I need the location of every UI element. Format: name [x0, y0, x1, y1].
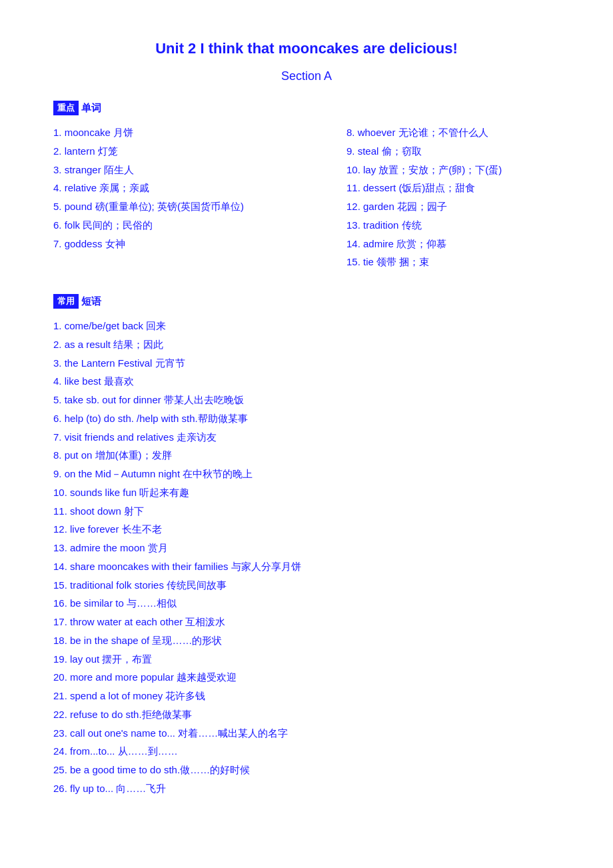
vocab-badge: 重点 — [53, 101, 79, 115]
vocab-item: 3. stranger 陌生人 — [53, 161, 333, 179]
phrases-section-header: 常用 短语 — [53, 294, 101, 309]
vocab-item: 4. relative 亲属；亲戚 — [53, 179, 333, 197]
vocab-item: 10. lay 放置；安放；产(卵)；下(蛋) — [346, 161, 560, 179]
phrase-item: 13. admire the moon 赏月 — [53, 539, 560, 557]
vocab-item: 14. admire 欣赏；仰慕 — [346, 235, 560, 253]
phrase-item: 1. come/be/get back 回来 — [53, 317, 560, 335]
phrase-item: 11. shoot down 射下 — [53, 502, 560, 521]
phrase-item: 12. live forever 长生不老 — [53, 520, 560, 539]
phrase-item: 10. sounds like fun 听起来有趣 — [53, 483, 560, 502]
page-title: Unit 2 I think that mooncakes are delici… — [53, 40, 560, 57]
phrase-item: 6. help (to) do sth. /help with sth.帮助做某… — [53, 409, 560, 428]
phrases-section: 常用 短语 1. come/be/get back 回来2. as a resu… — [53, 291, 560, 798]
phrases-header-text: 短语 — [81, 295, 101, 308]
vocab-item: 6. folk 民间的；民俗的 — [53, 216, 333, 235]
phrase-item: 21. spend a lot of money 花许多钱 — [53, 687, 560, 705]
phrase-item: 19. lay out 摆开，布置 — [53, 650, 560, 669]
vocab-item: 8. whoever 无论谁；不管什么人 — [346, 123, 560, 142]
phrase-item: 8. put on 增加(体重)；发胖 — [53, 446, 560, 465]
phrase-item: 4. like best 最喜欢 — [53, 372, 560, 391]
vocab-item: 5. pound 磅(重量单位); 英镑(英国货币单位) — [53, 197, 333, 216]
phrase-item: 15. traditional folk stories 传统民间故事 — [53, 576, 560, 595]
phrase-item: 23. call out one's name to... 对着……喊出某人的名… — [53, 724, 560, 743]
vocab-item: 9. steal 偷；窃取 — [346, 142, 560, 161]
phrase-item: 16. be similar to 与……相似 — [53, 594, 560, 613]
vocab-section-header: 重点 单词 — [53, 101, 101, 115]
phrase-item: 3. the Lantern Festival 元宵节 — [53, 354, 560, 373]
vocab-item: 15. tie 领带 捆；束 — [346, 253, 560, 271]
phrase-item: 24. from...to... 从……到…… — [53, 742, 560, 761]
phrase-item: 22. refuse to do sth.拒绝做某事 — [53, 705, 560, 724]
phrases-badge: 常用 — [53, 294, 79, 309]
phrase-item: 18. be in the shape of 呈现……的形状 — [53, 631, 560, 650]
phrase-item: 25. be a good time to do sth.做……的好时候 — [53, 761, 560, 779]
vocab-item: 11. dessert (饭后)甜点；甜食 — [346, 179, 560, 197]
vocab-item: 2. lantern 灯笼 — [53, 142, 333, 161]
vocab-section: 重点 单词 1. mooncake 月饼2. lantern 灯笼3. stra… — [53, 98, 560, 271]
phrase-item: 17. throw water at each other 互相泼水 — [53, 613, 560, 631]
vocab-col-left: 1. mooncake 月饼2. lantern 灯笼3. stranger 陌… — [53, 123, 346, 271]
phrase-item: 14. share mooncakes with their families … — [53, 557, 560, 576]
phrases-list: 1. come/be/get back 回来2. as a result 结果；… — [53, 317, 560, 798]
vocab-header-text: 单词 — [81, 102, 101, 115]
vocab-item: 7. goddess 女神 — [53, 235, 333, 253]
vocab-col-right: 8. whoever 无论谁；不管什么人9. steal 偷；窃取10. lay… — [346, 123, 560, 271]
section-title: Section A — [53, 69, 560, 83]
vocab-item: 1. mooncake 月饼 — [53, 123, 333, 142]
phrase-item: 7. visit friends and relatives 走亲访友 — [53, 428, 560, 447]
phrase-item: 9. on the Mid－Autumn night 在中秋节的晚上 — [53, 465, 560, 483]
vocab-columns: 1. mooncake 月饼2. lantern 灯笼3. stranger 陌… — [53, 123, 560, 271]
phrase-item: 26. fly up to... 向……飞升 — [53, 779, 560, 798]
phrase-item: 2. as a result 结果；因此 — [53, 335, 560, 354]
phrase-item: 5. take sb. out for dinner 带某人出去吃晚饭 — [53, 391, 560, 409]
vocab-item: 13. tradition 传统 — [346, 216, 560, 235]
vocab-item: 12. garden 花园；园子 — [346, 197, 560, 216]
phrase-item: 20. more and more popular 越来越受欢迎 — [53, 668, 560, 687]
